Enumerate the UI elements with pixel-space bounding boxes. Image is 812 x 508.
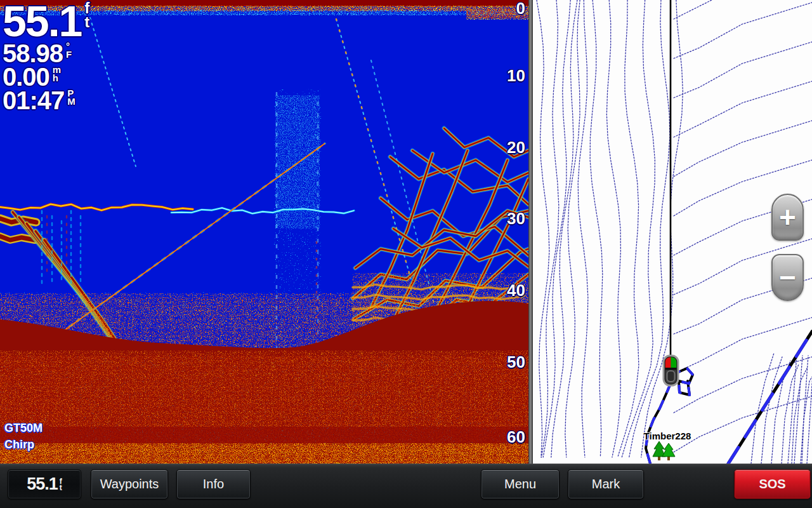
map-zoom-out-button[interactable]: − (771, 254, 804, 301)
depth-contour-chart (533, 0, 812, 464)
menu-button[interactable]: Menu (481, 469, 560, 499)
depth-scale-20: 20 (507, 138, 525, 157)
depth-scale-10: 10 (507, 66, 525, 86)
temp-unit: °F (66, 42, 72, 58)
navbar-depth-unit: ft (60, 478, 62, 491)
bottom-navbar: 55.1 ft Waypoints Info Home Menu Mark SO… (0, 464, 812, 508)
time-readout: 01:47 (3, 89, 64, 112)
map-panel[interactable]: Timber228 + − (533, 0, 812, 464)
depth-scale-60: 60 (507, 427, 525, 447)
speed-readout: 0.00 (3, 65, 49, 88)
depth-scale-40: 40 (507, 281, 525, 300)
panel-divider[interactable] (528, 0, 533, 464)
sonar-data-overlay: 55.1 ft 58.98 °F 0.00 mh 01:47 (3, 1, 89, 112)
mark-button[interactable]: Mark (568, 469, 644, 499)
boat-icon (664, 356, 678, 385)
depth-scale-30: 30 (507, 209, 525, 229)
time-unit: PM (67, 89, 75, 105)
waypoints-button[interactable]: Waypoints (91, 469, 168, 499)
map-zoom-in-button[interactable]: + (771, 194, 804, 241)
depth-scale-50: 50 (507, 352, 525, 372)
depth-readout: 55.1 (3, 1, 81, 41)
sos-button[interactable]: SOS (734, 469, 811, 499)
sonar-panel[interactable]: 55.1 ft 58.98 °F 0.00 mh 01:47 (0, 0, 528, 464)
navbar-depth-value: 55.1 (27, 474, 58, 494)
waypoint-label[interactable]: Timber228 (629, 431, 705, 441)
depth-unit: ft (84, 1, 89, 29)
water-temp-readout: 58.98 (3, 42, 63, 65)
waypoint-tree-icon (652, 441, 676, 461)
info-button[interactable]: Info (176, 469, 251, 499)
depth-scale-0: 0 (516, 0, 525, 18)
sonar-mode-label: Chirp (4, 438, 34, 451)
transducer-label: GT50M (4, 422, 43, 435)
speed-unit: mh (53, 65, 61, 82)
chartplotter-screen: 55.1 ft 58.98 °F 0.00 mh 01:47 (0, 0, 812, 508)
depth-status-button[interactable]: 55.1 ft (8, 469, 81, 499)
